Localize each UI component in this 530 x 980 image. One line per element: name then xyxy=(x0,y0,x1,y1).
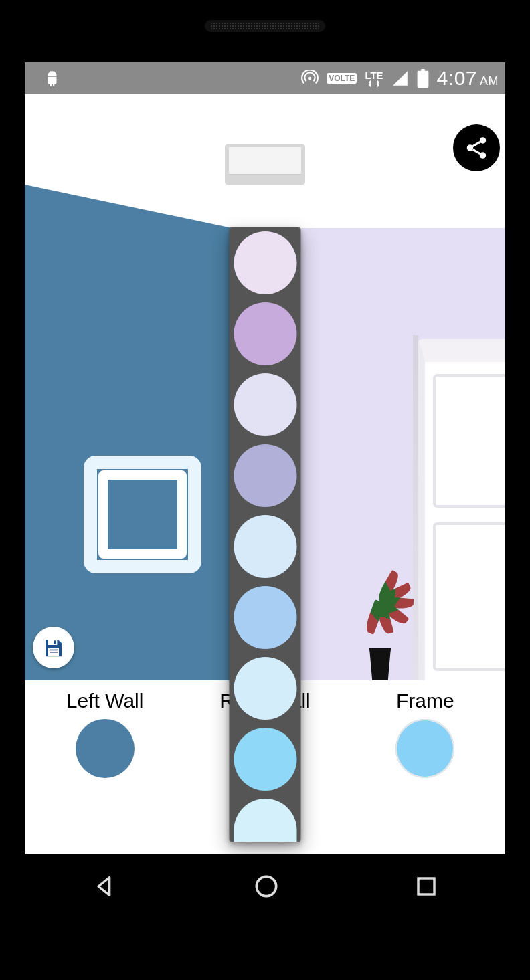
signal-icon xyxy=(391,70,409,87)
svg-rect-4 xyxy=(48,640,57,645)
slot-frame[interactable]: Frame xyxy=(345,690,505,778)
slot-left-wall[interactable]: Left Wall xyxy=(25,690,185,778)
svg-rect-5 xyxy=(54,640,56,644)
share-button[interactable] xyxy=(453,124,500,171)
svg-rect-8 xyxy=(50,652,58,653)
svg-point-9 xyxy=(256,876,276,896)
lte-icon: LTE xyxy=(365,70,383,87)
palette-color-8[interactable] xyxy=(234,799,296,842)
slot-label: Left Wall xyxy=(25,690,185,712)
nav-recent-icon[interactable] xyxy=(414,874,438,898)
volte-badge: VOLTE xyxy=(327,73,357,84)
nav-back-icon[interactable] xyxy=(92,873,118,900)
svg-point-3 xyxy=(480,152,487,159)
svg-point-0 xyxy=(308,77,311,80)
color-palette-popover[interactable] xyxy=(230,227,301,842)
palette-color-0[interactable] xyxy=(234,231,296,294)
svg-rect-7 xyxy=(50,650,58,651)
palette-color-6[interactable] xyxy=(234,657,296,720)
status-bar: VOLTE LTE 4:07AM xyxy=(25,62,505,94)
share-icon xyxy=(464,135,489,161)
palette-color-3[interactable] xyxy=(234,444,296,507)
screen: VOLTE LTE 4:07AM xyxy=(25,62,505,854)
palette-color-7[interactable] xyxy=(234,728,296,791)
svg-point-1 xyxy=(480,137,487,144)
svg-rect-10 xyxy=(418,878,434,894)
nav-home-icon[interactable] xyxy=(252,872,281,901)
door xyxy=(418,339,505,680)
svg-point-2 xyxy=(467,144,474,151)
hotspot-icon xyxy=(301,70,319,87)
battery-icon xyxy=(417,69,429,88)
slot-swatch-left[interactable] xyxy=(76,719,135,778)
clock: 4:07AM xyxy=(437,67,499,90)
android-icon xyxy=(43,70,61,87)
device-frame: VOLTE LTE 4:07AM xyxy=(0,0,530,980)
speaker-grill xyxy=(205,20,325,32)
app-content: Left Wall Right Wall Frame xyxy=(25,94,505,854)
wall-frame[interactable] xyxy=(84,456,201,573)
palette-color-1[interactable] xyxy=(234,302,296,365)
left-wall[interactable] xyxy=(25,94,232,680)
palette-color-5[interactable] xyxy=(234,586,296,649)
save-button[interactable] xyxy=(33,627,74,668)
ceiling-light xyxy=(225,144,305,185)
system-nav-bar xyxy=(25,854,505,918)
plant xyxy=(343,593,417,680)
slot-label: Frame xyxy=(345,690,505,712)
palette-color-2[interactable] xyxy=(234,373,296,436)
palette-color-4[interactable] xyxy=(234,515,296,578)
slot-swatch-frame[interactable] xyxy=(395,719,454,778)
save-icon xyxy=(43,637,64,658)
